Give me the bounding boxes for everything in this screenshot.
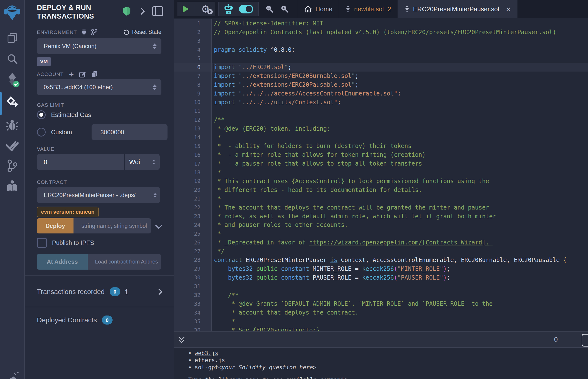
code-line[interactable]: 14 *: [174, 133, 588, 142]
fork-environment-icon[interactable]: [91, 29, 97, 35]
code-line[interactable]: 3: [174, 37, 588, 46]
terminal-link[interactable]: ethers.js: [195, 357, 225, 364]
collapse-terminal-icon[interactable]: [180, 337, 184, 342]
code-line[interactable]: 23 * roles, as well as the default admin…: [174, 212, 588, 221]
code-line[interactable]: 32 /**: [174, 291, 588, 300]
copy-account-icon[interactable]: [91, 71, 98, 78]
info-icon[interactable]: i: [125, 287, 128, 296]
at-address-button[interactable]: At Address: [37, 254, 88, 269]
terminal-link[interactable]: web3.js: [195, 350, 218, 357]
listen-network-checkbox[interactable]: [582, 334, 588, 347]
code-line[interactable]: 8import "../extensions/ERC20Pausable.sol…: [174, 80, 588, 89]
code-line[interactable]: 5: [174, 54, 588, 63]
code-line[interactable]: 18 *: [174, 168, 588, 177]
code-line[interactable]: 36 * See {ERC20-constructor}.: [174, 326, 588, 331]
code-line[interactable]: 24 * and pauser roles to other accounts.: [174, 221, 588, 229]
code-line[interactable]: 10import "../../../utils/Context.sol";: [174, 98, 588, 107]
code-line[interactable]: 12/**: [174, 115, 588, 124]
custom-gas-radio[interactable]: [37, 128, 46, 137]
code-line[interactable]: 22 * The account that deploys the contra…: [174, 203, 588, 212]
unit-testing-icon[interactable]: [0, 140, 24, 152]
remix-logo-icon[interactable]: [0, 3, 24, 21]
deploy-args-input[interactable]: [74, 218, 151, 234]
terminal-list: •web3.js•ethers.js•sol-gpt <your Solidit…: [188, 350, 588, 371]
reset-state-button[interactable]: Reset State: [123, 29, 161, 35]
code-line[interactable]: 21 *: [174, 194, 588, 203]
code-line[interactable]: 9import "../../../access/AccessControlEn…: [174, 89, 588, 98]
at-address-input[interactable]: [88, 254, 161, 269]
close-tab-icon[interactable]: ×: [506, 6, 511, 12]
value-unit-select[interactable]: Wei: [125, 154, 160, 170]
code-line[interactable]: 17 * - a pauser role that allows to stop…: [174, 159, 588, 168]
custom-gas-input[interactable]: [92, 124, 168, 140]
bullet-icon: •: [188, 357, 195, 364]
environment-select[interactable]: Remix VM (Cancun): [37, 38, 161, 54]
code-line[interactable]: 27 */: [174, 247, 588, 256]
expand-transactions-chevron-icon[interactable]: [156, 289, 162, 295]
code-line[interactable]: 4pragma solidity ^0.8.0;: [174, 46, 588, 54]
code-line[interactable]: 29 bytes32 public constant MINTER_ROLE =…: [174, 265, 588, 273]
account-select[interactable]: 0x5B3...eddC4 (100 ether): [37, 79, 161, 95]
script-config-gear-icon[interactable]: ⚙: [201, 4, 210, 14]
add-account-icon[interactable]: +: [69, 72, 74, 77]
code-line[interactable]: 19 * This contract uses {AccessControl} …: [174, 177, 588, 186]
code-line[interactable]: 28contract ERC20PresetMinterPauser is Co…: [174, 256, 588, 265]
code-line[interactable]: 16 * - a minter role that allows for tok…: [174, 150, 588, 159]
code-line[interactable]: 6import "../ERC20.sol";: [174, 63, 588, 72]
search-icon[interactable]: [0, 53, 24, 65]
zoom-out-icon[interactable]: [265, 5, 274, 14]
tab-erc20-preset[interactable]: ERC20PresetMinterPauser.sol ×: [398, 0, 517, 18]
deploy-run-icon[interactable]: [0, 96, 24, 110]
line-number: 1: [174, 19, 211, 28]
contract-select[interactable]: ERC20PresetMinterPauser - .deps/: [37, 187, 160, 203]
solidity-compiler-icon[interactable]: [0, 72, 24, 88]
code-line[interactable]: 13 * @dev {ERC20} token, including:: [174, 124, 588, 133]
plugin-manager-icon[interactable]: [0, 372, 24, 379]
transactions-recorded-row[interactable]: Transactions recorded 0 i: [37, 287, 161, 296]
tab-home[interactable]: Home: [298, 0, 339, 18]
code-editor[interactable]: 1// SPDX-License-Identifier: MIT2// Open…: [174, 18, 588, 331]
debugger-bug-icon[interactable]: [0, 118, 24, 131]
terminal[interactable]: •web3.js•ethers.js•sol-gpt <your Solidit…: [174, 348, 588, 379]
publish-ipfs-checkbox[interactable]: [37, 238, 47, 248]
estimated-gas-radio[interactable]: [37, 111, 46, 119]
value-input[interactable]: [37, 154, 124, 170]
divider: [25, 275, 174, 276]
line-number: 29: [174, 265, 211, 273]
code-line[interactable]: 7import "../extensions/ERC20Burnable.sol…: [174, 72, 588, 80]
code-line[interactable]: 2// OpenZeppelin Contracts (last updated…: [174, 28, 588, 37]
code-line[interactable]: 35 *: [174, 317, 588, 326]
code-line[interactable]: 31: [174, 282, 588, 291]
deploy-run-panel: DEPLOY & RUN TRANSACTIONS ENVIRONMENT: [25, 0, 174, 379]
git-icon[interactable]: [0, 159, 24, 173]
line-number: 14: [174, 133, 211, 142]
line-number: 13: [174, 124, 211, 133]
bullet-icon: •: [188, 350, 195, 357]
code-line[interactable]: 33 * @dev Grants `DEFAULT_ADMIN_ROLE`, `…: [174, 300, 588, 308]
unit-stepper-icon: [152, 160, 155, 164]
plug-icon[interactable]: [81, 29, 87, 35]
edit-account-icon[interactable]: [79, 71, 86, 78]
file-explorer-icon[interactable]: [0, 31, 24, 44]
code-line[interactable]: 15 * - ability for holders to burn (dest…: [174, 142, 588, 150]
zoom-in-icon[interactable]: [280, 5, 289, 14]
line-content: [211, 37, 588, 46]
code-line[interactable]: 34 * account that deploys the contract.: [174, 308, 588, 317]
code-line[interactable]: 1// SPDX-License-Identifier: MIT: [174, 19, 588, 28]
line-number: 15: [174, 142, 211, 150]
code-line[interactable]: 11: [174, 107, 588, 115]
tab-newfile[interactable]: newfile.sol 2: [339, 0, 398, 18]
collapse-chevron-icon[interactable]: [138, 8, 145, 15]
code-line[interactable]: 25 *: [174, 229, 588, 238]
code-line[interactable]: 30 bytes32 public constant PAUSER_ROLE =…: [174, 273, 588, 282]
code-line[interactable]: 20 * different roles - head to its docum…: [174, 186, 588, 194]
code-line[interactable]: 26 * _Deprecated in favor of https://wiz…: [174, 238, 588, 247]
pin-panel-icon[interactable]: [152, 6, 163, 16]
line-number: 22: [174, 203, 211, 212]
deploy-button[interactable]: Deploy: [37, 218, 74, 234]
learneth-icon[interactable]: [0, 180, 24, 193]
run-script-icon[interactable]: [183, 5, 189, 13]
ai-robot-icon[interactable]: [223, 4, 233, 15]
ai-copilot-toggle[interactable]: [239, 5, 253, 14]
expand-deploy-chevron-icon[interactable]: [155, 221, 163, 229]
